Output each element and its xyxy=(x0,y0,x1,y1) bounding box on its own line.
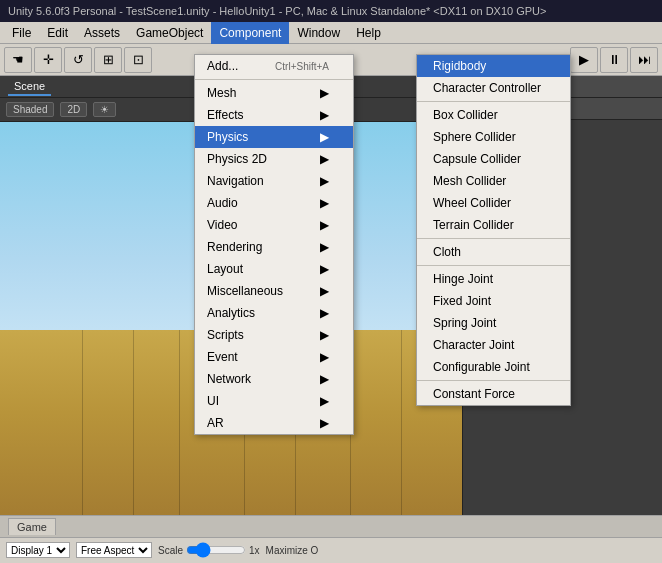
menu-file[interactable]: File xyxy=(4,22,39,44)
2d-toggle[interactable]: 2D xyxy=(60,102,87,117)
aspect-dropdown[interactable]: Free Aspect xyxy=(76,542,152,558)
menu-physics2d[interactable]: Physics 2D▶ xyxy=(195,148,353,170)
display-dropdown[interactable]: Display 1 xyxy=(6,542,70,558)
menu-effects[interactable]: Effects▶ xyxy=(195,104,353,126)
toolbar-rect-btn[interactable]: ⊡ xyxy=(124,47,152,73)
submenu-capsule-collider[interactable]: Capsule Collider xyxy=(417,148,570,170)
step-button[interactable]: ⏭ xyxy=(630,47,658,73)
shading-dropdown[interactable]: Shaded xyxy=(6,102,54,117)
submenu-box-collider[interactable]: Box Collider xyxy=(417,104,570,126)
toolbar-move-btn[interactable]: ✛ xyxy=(34,47,62,73)
toolbar-scale-btn[interactable]: ⊞ xyxy=(94,47,122,73)
maximize-label: Maximize O xyxy=(266,545,319,556)
submenu-sphere-collider[interactable]: Sphere Collider xyxy=(417,126,570,148)
add-shortcut: Ctrl+Shift+A xyxy=(275,61,329,72)
scale-control: Scale 1x xyxy=(158,544,260,556)
menu-bar: File Edit Assets GameObject Component Wi… xyxy=(0,22,662,44)
menu-add[interactable]: Add... Ctrl+Shift+A xyxy=(195,55,353,77)
menu-edit[interactable]: Edit xyxy=(39,22,76,44)
separator-1 xyxy=(195,79,353,80)
submenu-sep-3 xyxy=(417,265,570,266)
submenu-configurable-joint[interactable]: Configurable Joint xyxy=(417,356,570,378)
menu-physics[interactable]: Physics▶ xyxy=(195,126,353,148)
submenu-mesh-collider[interactable]: Mesh Collider xyxy=(417,170,570,192)
menu-help[interactable]: Help xyxy=(348,22,389,44)
submenu-sep-2 xyxy=(417,238,570,239)
play-controls: ▶ ⏸ ⏭ xyxy=(570,47,658,73)
play-button[interactable]: ▶ xyxy=(570,47,598,73)
submenu-character-joint[interactable]: Character Joint xyxy=(417,334,570,356)
bottom-bar: Game Display 1 Free Aspect Scale 1x Maxi… xyxy=(0,515,662,563)
scale-label: Scale xyxy=(158,545,183,556)
submenu-cloth[interactable]: Cloth xyxy=(417,241,570,263)
title-text: Unity 5.6.0f3 Personal - TestScene1.unit… xyxy=(8,5,546,17)
scene-tab[interactable]: Scene xyxy=(8,78,51,96)
component-menu: Add... Ctrl+Shift+A Mesh▶ Effects▶ Physi… xyxy=(194,54,354,435)
toolbar-hand-btn[interactable]: ☚ xyxy=(4,47,32,73)
menu-event[interactable]: Event▶ xyxy=(195,346,353,368)
submenu-rigidbody[interactable]: Rigidbody xyxy=(417,55,570,77)
submenu-constant-force[interactable]: Constant Force xyxy=(417,383,570,405)
menu-assets[interactable]: Assets xyxy=(76,22,128,44)
game-tab[interactable]: Game xyxy=(8,518,56,535)
title-bar: Unity 5.6.0f3 Personal - TestScene1.unit… xyxy=(0,0,662,22)
submenu-spring-joint[interactable]: Spring Joint xyxy=(417,312,570,334)
menu-mesh[interactable]: Mesh▶ xyxy=(195,82,353,104)
scale-slider[interactable] xyxy=(186,544,246,556)
game-tab-bar: Game xyxy=(0,516,662,538)
submenu-sep-4 xyxy=(417,380,570,381)
physics-submenu: Rigidbody Character Controller Box Colli… xyxy=(416,54,571,406)
menu-layout[interactable]: Layout▶ xyxy=(195,258,353,280)
display-selector: Display 1 xyxy=(6,542,70,558)
scale-value: 1x xyxy=(249,545,260,556)
menu-window[interactable]: Window xyxy=(289,22,348,44)
menu-analytics[interactable]: Analytics▶ xyxy=(195,302,353,324)
toolbar-rotate-btn[interactable]: ↺ xyxy=(64,47,92,73)
submenu-terrain-collider[interactable]: Terrain Collider xyxy=(417,214,570,236)
maximize-btn[interactable]: Maximize O xyxy=(266,545,319,556)
submenu-fixed-joint[interactable]: Fixed Joint xyxy=(417,290,570,312)
submenu-character-controller[interactable]: Character Controller xyxy=(417,77,570,99)
menu-navigation[interactable]: Navigation▶ xyxy=(195,170,353,192)
submenu-hinge-joint[interactable]: Hinge Joint xyxy=(417,268,570,290)
pause-button[interactable]: ⏸ xyxy=(600,47,628,73)
submenu-sep-1 xyxy=(417,101,570,102)
menu-component[interactable]: Component xyxy=(211,22,289,44)
menu-scripts[interactable]: Scripts▶ xyxy=(195,324,353,346)
submenu-wheel-collider[interactable]: Wheel Collider xyxy=(417,192,570,214)
lighting-toggle[interactable]: ☀ xyxy=(93,102,116,117)
menu-audio[interactable]: Audio▶ xyxy=(195,192,353,214)
menu-video[interactable]: Video▶ xyxy=(195,214,353,236)
menu-network[interactable]: Network▶ xyxy=(195,368,353,390)
game-toolbar: Display 1 Free Aspect Scale 1x Maximize … xyxy=(0,538,662,562)
menu-rendering[interactable]: Rendering▶ xyxy=(195,236,353,258)
menu-ui[interactable]: UI▶ xyxy=(195,390,353,412)
add-label: Add... xyxy=(207,59,238,73)
menu-gameobject[interactable]: GameObject xyxy=(128,22,211,44)
aspect-selector: Free Aspect xyxy=(76,542,152,558)
menu-ar[interactable]: AR▶ xyxy=(195,412,353,434)
menu-miscellaneous[interactable]: Miscellaneous▶ xyxy=(195,280,353,302)
